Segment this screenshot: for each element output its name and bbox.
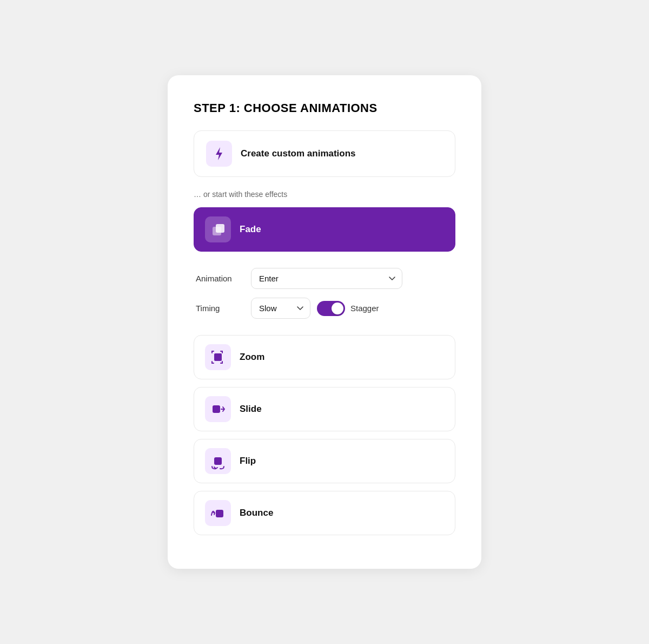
stagger-toggle[interactable] bbox=[317, 301, 345, 316]
effect-bounce[interactable]: Bounce bbox=[194, 491, 455, 535]
timing-row: Timing Slow Medium Fast Stagger bbox=[196, 298, 453, 319]
flip-label: Flip bbox=[240, 456, 256, 466]
bounce-label: Bounce bbox=[240, 508, 273, 518]
stagger-toggle-wrapper: Stagger bbox=[317, 301, 379, 316]
main-card: STEP 1: CHOOSE ANIMATIONS Create custom … bbox=[168, 75, 481, 569]
zoom-icon bbox=[208, 347, 228, 367]
effect-fade[interactable]: Fade bbox=[194, 207, 455, 252]
svg-rect-3 bbox=[214, 353, 222, 361]
effect-slide[interactable]: Slide bbox=[194, 387, 455, 431]
slide-icon bbox=[208, 399, 228, 419]
flip-icon bbox=[208, 451, 228, 471]
lightning-icon-box bbox=[206, 141, 232, 167]
custom-animation-label: Create custom animations bbox=[241, 148, 356, 159]
bounce-icon-box bbox=[205, 500, 231, 526]
effect-flip[interactable]: Flip bbox=[194, 439, 455, 483]
animation-select[interactable]: Enter Exit Loop bbox=[251, 268, 402, 289]
fade-label: Fade bbox=[240, 224, 261, 235]
animation-row: Animation Enter Exit Loop bbox=[196, 268, 453, 289]
bounce-icon bbox=[208, 503, 228, 523]
step-title: STEP 1: CHOOSE ANIMATIONS bbox=[194, 101, 455, 115]
lightning-icon bbox=[210, 145, 228, 162]
stagger-label: Stagger bbox=[350, 304, 379, 313]
timing-control-label: Timing bbox=[196, 304, 244, 313]
flip-icon-box bbox=[205, 448, 231, 474]
animation-control-label: Animation bbox=[196, 274, 244, 283]
toggle-knob bbox=[332, 303, 343, 314]
or-text: … or start with these effects bbox=[194, 190, 455, 199]
zoom-icon-box bbox=[205, 344, 231, 370]
fade-icon bbox=[208, 220, 228, 239]
effect-zoom[interactable]: Zoom bbox=[194, 335, 455, 379]
custom-animation-button[interactable]: Create custom animations bbox=[194, 130, 455, 177]
svg-rect-5 bbox=[214, 457, 222, 465]
slide-icon-box bbox=[205, 396, 231, 422]
svg-rect-4 bbox=[213, 405, 220, 413]
svg-rect-6 bbox=[216, 510, 223, 517]
timing-select[interactable]: Slow Medium Fast bbox=[251, 298, 310, 319]
slide-label: Slide bbox=[240, 404, 262, 415]
svg-rect-2 bbox=[216, 224, 224, 233]
fade-icon-box bbox=[205, 216, 231, 242]
svg-marker-0 bbox=[216, 147, 222, 160]
animation-controls: Animation Enter Exit Loop Timing Slow Me… bbox=[194, 259, 455, 332]
zoom-label: Zoom bbox=[240, 352, 264, 363]
